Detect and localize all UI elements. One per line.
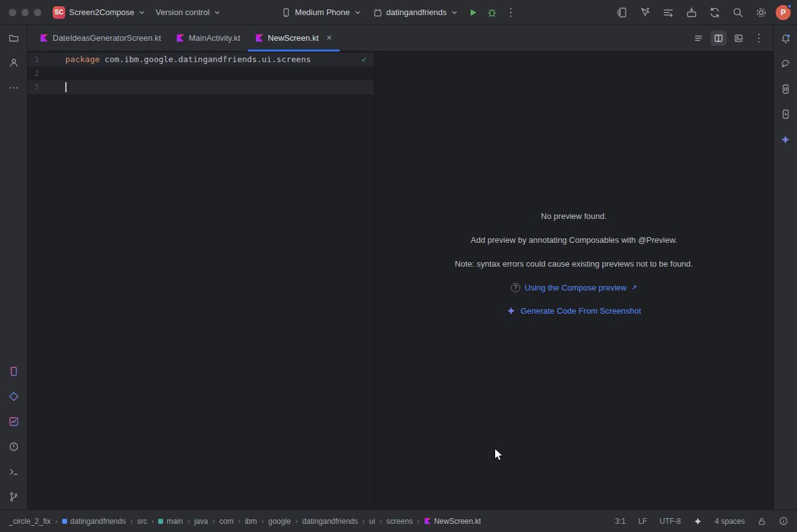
link-label: Using the Compose preview (525, 283, 627, 292)
phone-icon (8, 366, 19, 377)
generate-code-from-screenshot-link[interactable]: Generate Code From Screenshot (506, 306, 641, 316)
gemini-status-widget[interactable] (693, 517, 702, 526)
keyword: package (65, 55, 100, 64)
code-line-1[interactable]: 1 package com.ibm.google.datingandfriend… (28, 53, 374, 66)
sync-project-button[interactable] (706, 4, 724, 21)
caret-position-widget[interactable]: 3:1 (615, 517, 626, 526)
breadcrumb-item-file[interactable]: NewScreen.kt (424, 517, 481, 526)
ai-pointer-icon (639, 6, 651, 19)
chevron-down-icon (213, 9, 221, 16)
debug-button[interactable] (483, 4, 501, 21)
running-devices-tool-button[interactable] (5, 363, 23, 380)
phone-device-icon (281, 8, 291, 18)
code-view-button[interactable] (690, 31, 707, 46)
device-selector[interactable]: Medium Phone (276, 3, 366, 22)
breadcrumb-item[interactable]: com (219, 517, 233, 526)
more-tool-windows-button[interactable]: ⋯ (5, 79, 23, 97)
version-control-menu[interactable]: Version control (151, 3, 226, 22)
line-separator-widget[interactable]: LF (638, 517, 647, 526)
zoom-window-button[interactable] (34, 9, 41, 16)
breadcrumb-separator-icon: › (212, 517, 215, 526)
problems-tool-button[interactable] (5, 438, 23, 455)
breadcrumb-label: google (268, 517, 291, 526)
run-button[interactable] (464, 4, 482, 21)
commit-tool-button[interactable] (5, 54, 23, 72)
code-lines-icon (693, 33, 703, 43)
settings-button[interactable] (752, 4, 770, 21)
close-tab-icon[interactable]: ✕ (326, 34, 332, 42)
breadcrumb-item[interactable]: google (268, 517, 291, 526)
split-view-button[interactable] (710, 31, 727, 46)
code-editor[interactable]: 1 package com.ibm.google.datingandfriend… (28, 51, 374, 509)
breadcrumb-item[interactable]: screens (387, 517, 413, 526)
breadcrumb-label: java (194, 517, 208, 526)
breadcrumb-item[interactable]: _circle_2_fix (9, 517, 51, 526)
titlebar: SC Screen2Compose Version control Medium… (0, 0, 797, 25)
kotlin-file-icon (255, 34, 264, 42)
editor-more-options-button[interactable]: ⋮ (751, 31, 767, 46)
chevron-down-icon (451, 9, 458, 16)
breadcrumb-item[interactable]: java (194, 517, 208, 526)
sync-icon (709, 6, 721, 19)
gear-icon (755, 6, 768, 19)
design-view-button[interactable] (730, 31, 747, 46)
project-tool-button[interactable] (5, 29, 23, 46)
gemini-tool-button[interactable] (777, 130, 794, 148)
main-menu-button[interactable]: SC Screen2Compose (48, 3, 151, 22)
gradle-elephant-icon (780, 58, 791, 70)
editor-tab-bar: DateIdeasGeneratorScreen.kt MainActivity… (28, 25, 773, 51)
status-info-button[interactable] (779, 516, 788, 526)
source-root-icon (158, 519, 163, 524)
encoding-widget[interactable]: UTF-8 (660, 517, 681, 526)
breadcrumb-item[interactable]: datingandfriends (62, 517, 126, 526)
version-control-label: Version control (156, 8, 210, 17)
device-manager-tool-button[interactable] (777, 80, 794, 98)
breadcrumb-separator-icon: › (362, 517, 365, 526)
list-arrow-icon (662, 6, 675, 19)
compose-preview-doc-link[interactable]: ? Using the Compose preview ↗ (511, 283, 637, 292)
device-mirroring-button[interactable] (613, 4, 631, 21)
resource-manager-tool-button[interactable] (5, 388, 23, 405)
app-quality-insights-tool-button[interactable] (5, 413, 23, 430)
breadcrumb-label: src (137, 517, 147, 526)
breadcrumb-item[interactable]: ibm (245, 517, 257, 526)
indent-widget[interactable]: 4 spaces (715, 517, 745, 526)
breadcrumb-item[interactable]: ui (369, 517, 375, 526)
device-selector-label: Medium Phone (295, 8, 350, 17)
tab-newscreen[interactable]: NewScreen.kt ✕ (248, 25, 340, 51)
close-window-button[interactable] (9, 9, 16, 16)
notifications-button[interactable] (777, 30, 794, 48)
build-menu-button[interactable] (660, 4, 677, 21)
tab-dateideasgeneratorscreen[interactable]: DateIdeasGeneratorScreen.kt (33, 25, 169, 51)
code-line-2[interactable]: 2 (28, 66, 374, 80)
more-vertical-icon: ⋮ (754, 33, 764, 43)
readonly-toggle[interactable] (757, 517, 766, 526)
tab-label: NewScreen.kt (268, 33, 319, 43)
breadcrumb-item[interactable]: datingandfriends (302, 517, 358, 526)
minimize-window-button[interactable] (21, 9, 29, 16)
running-devices-panel-button[interactable] (777, 105, 794, 123)
breadcrumb-separator-icon: › (380, 517, 382, 526)
avatar[interactable]: P (776, 5, 791, 20)
version-control-tool-button[interactable] (5, 488, 23, 506)
sdk-manager-button[interactable] (683, 4, 700, 21)
breadcrumb-item[interactable]: main (158, 517, 183, 526)
line-number: 3 (28, 80, 43, 94)
tab-mainactivity[interactable]: MainActivity.kt (169, 25, 248, 51)
run-configuration-selector[interactable]: datingandfriends (368, 3, 463, 22)
breadcrumb-item[interactable]: src (137, 517, 147, 526)
breadcrumb-separator-icon: › (187, 517, 190, 526)
search-everywhere-button[interactable] (729, 4, 747, 21)
code-line-3[interactable]: 3 (28, 80, 374, 94)
person-icon (8, 57, 19, 68)
chart-box-icon (8, 416, 19, 427)
terminal-tool-button[interactable] (5, 463, 23, 481)
gradle-tool-button[interactable] (777, 55, 794, 73)
breadcrumb-separator-icon: › (417, 517, 420, 526)
inspections-ok-icon[interactable]: ✓ (361, 55, 366, 64)
code-text: com.ibm.google.datingandfriends.ui.scree… (100, 55, 311, 64)
breadcrumb-label: screens (387, 517, 413, 526)
ai-assistant-button[interactable] (636, 4, 654, 21)
device-gear-icon (780, 83, 791, 95)
more-actions-button[interactable]: ⋮ (502, 4, 520, 21)
